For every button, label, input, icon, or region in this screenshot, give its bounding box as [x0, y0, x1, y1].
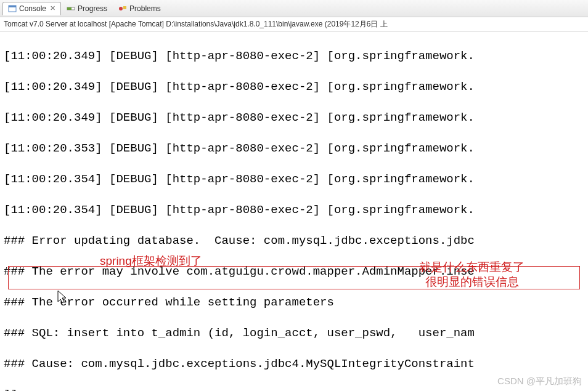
- svg-rect-3: [67, 7, 71, 10]
- svg-rect-1: [9, 6, 16, 7]
- close-icon[interactable]: ✕: [50, 4, 55, 12]
- tab-console[interactable]: Console ✕: [2, 2, 61, 15]
- tab-label: Console: [19, 4, 46, 13]
- log-line: [11:00:20.354] [DEBUG] [http-apr-8080-ex…: [4, 203, 584, 218]
- watermark: CSDN @平凡加班狗: [497, 376, 582, 387]
- problems-icon: [118, 4, 127, 13]
- log-line: ### Error updating database. Cause: com.…: [4, 233, 584, 249]
- log-line: [11:00:20.349] [DEBUG] [http-apr-8080-ex…: [4, 79, 584, 95]
- annotation-obvious-error: 很明显的错误信息: [425, 274, 519, 290]
- server-info: Tomcat v7.0 Server at localhost [Apache …: [0, 17, 588, 32]
- annotation-spring-detected: spring框架检测到了: [100, 253, 202, 269]
- svg-rect-5: [123, 6, 126, 9]
- console-output[interactable]: [11:00:20.349] [DEBUG] [http-apr-8080-ex…: [0, 32, 588, 391]
- view-tab-bar: Console ✕ Progress Problems: [0, 0, 588, 17]
- log-line: [11:00:20.349] [DEBUG] [http-apr-8080-ex…: [4, 110, 584, 126]
- console-icon: [8, 4, 17, 13]
- log-line: [11:00:20.353] [DEBUG] [http-apr-8080-ex…: [4, 141, 584, 156]
- tab-label: Progress: [78, 4, 107, 13]
- log-line: ]]: [4, 387, 584, 391]
- log-line: [11:00:20.354] [DEBUG] [http-apr-8080-ex…: [4, 172, 584, 187]
- tab-label: Problems: [129, 4, 161, 13]
- tab-progress[interactable]: Progress: [61, 2, 113, 15]
- log-line: ### SQL: insert into t_admin (id, login_…: [4, 326, 584, 341]
- progress-icon: [67, 4, 75, 13]
- log-line: ### Cause: com.mysql.jdbc.exceptions.jdb…: [4, 357, 584, 372]
- log-line: ### The error occurred while setting par…: [4, 295, 584, 310]
- svg-point-4: [119, 7, 123, 10]
- annotation-duplicate: 就是什么东西重复了: [419, 259, 525, 275]
- log-line: [11:00:20.349] [DEBUG] [http-apr-8080-ex…: [4, 49, 584, 64]
- tab-problems[interactable]: Problems: [113, 2, 166, 15]
